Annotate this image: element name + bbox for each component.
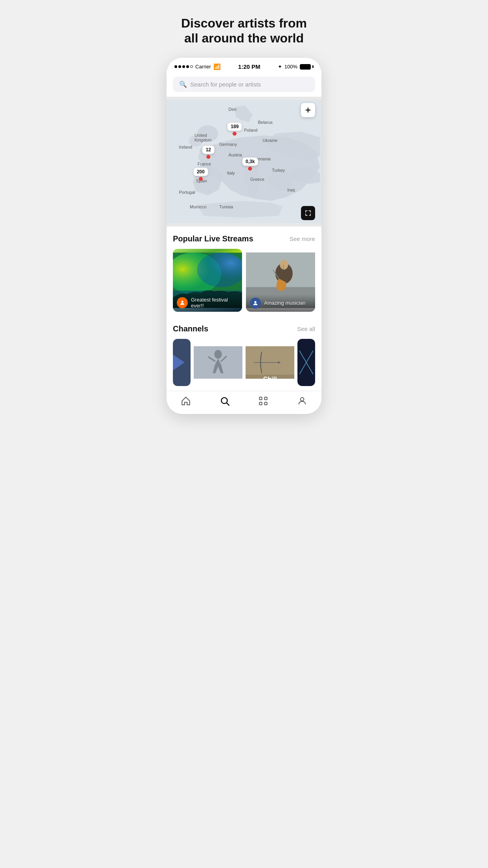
signal-dot-3 xyxy=(182,65,185,68)
map-pin-bubble-200: 200 xyxy=(193,167,208,176)
map-pin-12: 12 xyxy=(202,145,215,159)
channels-row: Chill xyxy=(173,339,315,386)
svg-line-30 xyxy=(227,403,229,405)
search-bar[interactable]: 🔍 Search for people or artists xyxy=(173,77,315,92)
channels-title: Channels xyxy=(173,324,208,333)
map-pin-dot-189 xyxy=(233,132,237,136)
map-label-ireland: Ireland xyxy=(179,145,193,149)
dance-bg-svg xyxy=(194,339,242,386)
signal-dots xyxy=(174,65,193,68)
battery-indicator xyxy=(300,64,314,70)
musician-label: Amazing musician xyxy=(264,300,306,306)
map-label-turkey: Turkey xyxy=(272,168,285,173)
musician-avatar xyxy=(250,298,261,309)
signal-dot-5 xyxy=(190,65,193,68)
live-streams-header: Popular Live Streams See more xyxy=(173,234,315,243)
carrier-label: Carrier xyxy=(195,64,211,70)
home-icon xyxy=(181,396,191,406)
profile-icon xyxy=(297,396,307,406)
channel-card-dance[interactable] xyxy=(194,339,242,386)
live-streams-row: Greatest festival ever!! xyxy=(173,249,315,318)
battery-body xyxy=(300,64,311,70)
signal-dot-2 xyxy=(178,65,181,68)
map-label-denmark: Den xyxy=(229,107,237,112)
map-label-austria: Austria xyxy=(229,153,242,157)
map-pin-dot-03k xyxy=(248,167,252,171)
channel-card-partial[interactable] xyxy=(173,339,191,386)
channel-card-dark[interactable] xyxy=(297,339,315,386)
tab-home[interactable] xyxy=(167,396,205,406)
map-pin-bubble-03k: 0,3k xyxy=(242,157,258,166)
map-pin-dot-12 xyxy=(206,155,210,159)
dance-card-bg xyxy=(194,339,242,386)
map-label-morocco: Morocco xyxy=(190,204,206,209)
map-label-uk: UnitedKingdom xyxy=(194,133,211,142)
stream-card-festival[interactable]: Greatest festival ever!! xyxy=(173,249,242,312)
page-wrapper: Discover artists from all around the wor… xyxy=(163,0,325,414)
map-expand-button[interactable] xyxy=(301,206,315,220)
festival-label: Greatest festival ever!! xyxy=(191,297,238,309)
signal-dot-4 xyxy=(186,65,189,68)
stream-card-musician[interactable]: Amazing musician xyxy=(246,249,315,312)
search-icon: 🔍 xyxy=(179,81,187,88)
avatar-musician-icon xyxy=(252,300,259,306)
map-compass-button[interactable] xyxy=(301,103,315,117)
channels-header: Channels See all xyxy=(173,324,315,333)
map-label-poland: Poland xyxy=(244,128,257,132)
map-pin-bubble-12: 12 xyxy=(202,145,215,154)
festival-card-overlay: Greatest festival ever!! xyxy=(173,294,242,312)
channels-section: Channels See all xyxy=(167,318,321,386)
live-streams-title: Popular Live Streams xyxy=(173,234,253,243)
channel-partial-svg xyxy=(173,339,191,386)
phone-frame: Carrier 📶 1:20 PM ✦ 100% 🔍 Search for pe… xyxy=(167,58,321,414)
tab-search[interactable] xyxy=(205,396,244,406)
status-left: Carrier 📶 xyxy=(174,63,221,70)
map-label-iraq: Iraq xyxy=(287,188,295,192)
svg-point-16 xyxy=(254,301,256,303)
map-pin-bubble-189: 189 xyxy=(227,122,242,131)
svg-point-19 xyxy=(214,350,222,359)
festival-avatar xyxy=(177,297,188,308)
map-pin-dot-200 xyxy=(199,177,203,181)
svg-rect-34 xyxy=(265,402,268,405)
map-pin-200: 200 xyxy=(193,167,208,181)
compass-icon xyxy=(304,106,312,114)
search-bar-container: 🔍 Search for people or artists xyxy=(167,74,321,97)
page-title: Discover artists from all around the wor… xyxy=(163,16,325,58)
map-container: UnitedKingdom Ireland France Germany Aus… xyxy=(167,97,321,226)
search-tab-icon xyxy=(220,396,230,406)
channel-card-chill[interactable]: Chill xyxy=(246,339,294,386)
map-label-germany: Germany xyxy=(219,142,237,147)
status-bar: Carrier 📶 1:20 PM ✦ 100% xyxy=(167,58,321,74)
map-label-tunisia: Tunisia xyxy=(219,204,233,209)
channel-dark-svg xyxy=(297,339,315,386)
chill-label: Chill xyxy=(246,373,294,386)
wifi-icon: 📶 xyxy=(213,63,221,70)
bottom-spacer xyxy=(167,386,321,391)
battery-tip xyxy=(312,65,314,68)
battery-fill xyxy=(300,64,310,69)
svg-rect-32 xyxy=(265,397,268,400)
tab-scan[interactable] xyxy=(244,396,283,406)
expand-icon xyxy=(305,210,312,217)
musician-card-overlay: Amazing musician xyxy=(246,294,315,312)
see-more-link[interactable]: See more xyxy=(290,235,315,242)
svg-rect-31 xyxy=(260,397,262,400)
see-all-link[interactable]: See all xyxy=(297,326,315,332)
svg-point-35 xyxy=(300,397,304,401)
popular-live-streams-section: Popular Live Streams See more xyxy=(167,226,321,318)
battery-percent: 100% xyxy=(284,64,297,70)
content-area: Popular Live Streams See more xyxy=(167,226,321,391)
svg-point-8 xyxy=(181,300,183,302)
map-pin-03k: 0,3k xyxy=(242,157,258,171)
tab-profile[interactable] xyxy=(283,396,322,406)
map-label-portugal: Portugal xyxy=(179,190,195,195)
map-label-belarus: Belarus xyxy=(258,120,272,125)
scan-icon xyxy=(258,396,268,406)
map-label-greece: Greece xyxy=(250,177,264,182)
map-label-ukraine: Ukraine xyxy=(262,138,277,143)
status-right: ✦ 100% xyxy=(278,64,314,70)
search-placeholder: Search for people or artists xyxy=(190,81,261,88)
svg-rect-33 xyxy=(260,402,262,405)
map-label-italy: Italy xyxy=(227,171,235,175)
